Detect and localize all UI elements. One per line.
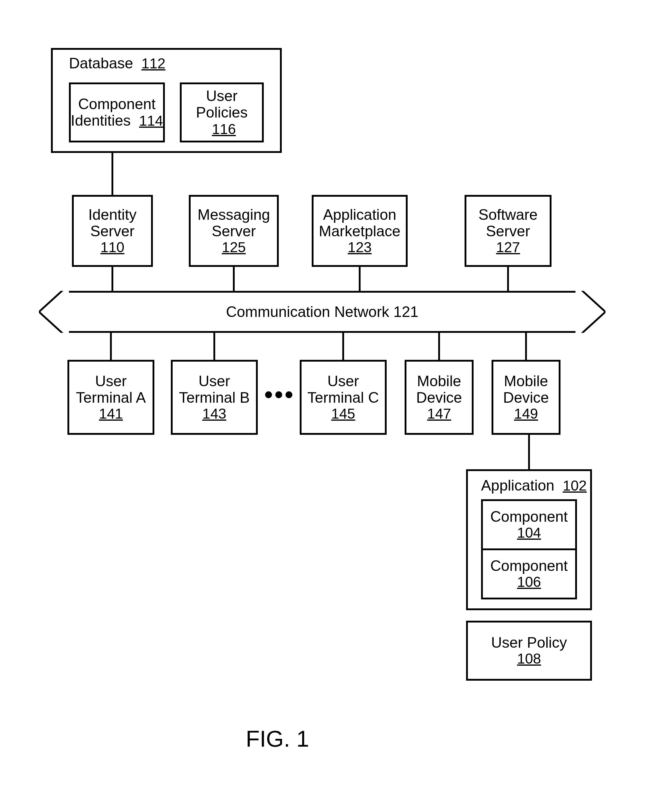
identity-server-ref: 110 [100,240,124,256]
conn-network-mob-1 [438,333,440,360]
conn-messaging-network [233,267,235,291]
user-terminal-b-box: User Terminal B 143 [171,360,258,435]
application-title: Application 102 [481,477,587,494]
conn-network-ut-a [110,333,112,360]
conn-mob-2-application [528,435,530,469]
user-policy-box: User Policy 108 [466,621,592,681]
user-policy-ref: 108 [517,651,541,667]
ellipsis-dots: ••• [264,381,295,408]
user-terminal-b-l2: Terminal B [179,389,250,406]
conn-software-network [507,267,509,291]
application-component-1-ref: 104 [517,525,541,541]
application-marketplace-l1: Application [323,207,397,223]
user-policies-box: User Policies 116 [180,83,264,142]
conn-network-ut-b [213,333,215,360]
mobile-device-1-l1: Mobile [417,373,461,389]
component-identities-l1: Component [78,96,156,113]
mobile-device-1-ref: 147 [427,406,451,422]
user-policies-l2: Policies [196,104,248,121]
communication-network-arrow: Communication Network 121 [39,291,606,333]
application-component-1-l1: Component [490,508,568,525]
application-component-2-box: Component 106 [481,548,577,599]
application-label: Application [481,477,554,494]
database-title: Database 112 [69,54,165,72]
messaging-server-l2: Server [212,223,255,240]
user-terminal-c-box: User Terminal C 145 [300,360,387,435]
user-terminal-b-ref: 143 [202,406,226,422]
user-terminal-a-ref: 141 [99,406,123,422]
messaging-server-l1: Messaging [198,207,270,223]
database-label: Database [69,55,133,72]
identity-server-box: Identity Server 110 [72,195,153,267]
figure-1-diagram: Database 112 Component Identities 114 Us… [0,0,660,812]
application-component-1-box: Component 104 [481,499,577,550]
user-policies-l1: User [206,88,238,104]
user-terminal-c-l2: Terminal C [308,389,379,406]
messaging-server-box: Messaging Server 125 [189,195,279,267]
application-marketplace-ref: 123 [348,240,372,256]
figure-label: FIG. 1 [246,726,309,752]
user-terminal-a-box: User Terminal A 141 [67,360,154,435]
user-terminal-a-l2: Terminal A [76,389,146,406]
identity-server-l2: Server [90,223,134,240]
application-marketplace-l2: Marketplace [319,223,400,240]
conn-network-mob-2 [525,333,527,360]
user-policy-l1: User Policy [491,634,567,651]
network-ref: 121 [393,303,419,321]
component-identities-box: Component Identities 114 [69,83,165,142]
mobile-device-2-l1: Mobile [504,373,548,389]
mobile-device-1-box: Mobile Device 147 [405,360,474,435]
conn-network-ut-c [342,333,344,360]
database-ref: 112 [141,56,165,72]
mobile-device-2-ref: 149 [514,406,538,422]
conn-database-identity [111,153,113,195]
user-policies-ref: 116 [212,121,236,137]
conn-marketplace-network [359,267,360,291]
user-terminal-a-l1: User [95,373,127,389]
component-identities-l2: Identities [71,112,131,129]
network-label: Communication Network [226,303,389,321]
application-marketplace-box: Application Marketplace 123 [312,195,408,267]
software-server-ref: 127 [496,240,520,256]
application-ref: 102 [563,478,587,494]
messaging-server-ref: 125 [222,240,246,256]
mobile-device-1-l2: Device [416,389,462,406]
identity-server-l1: Identity [88,207,136,223]
application-component-2-l1: Component [490,558,568,574]
user-terminal-c-ref: 145 [331,406,355,422]
user-terminal-b-l1: User [198,373,230,389]
software-server-box: Software Server 127 [465,195,552,267]
mobile-device-2-box: Mobile Device 149 [492,360,560,435]
mobile-device-2-l2: Device [503,389,549,406]
application-component-2-ref: 106 [517,574,541,590]
user-terminal-c-l1: User [327,373,359,389]
software-server-l1: Software [478,207,538,223]
software-server-l2: Server [486,223,530,240]
conn-identity-network [111,267,113,291]
component-identities-ref: 114 [139,113,163,129]
